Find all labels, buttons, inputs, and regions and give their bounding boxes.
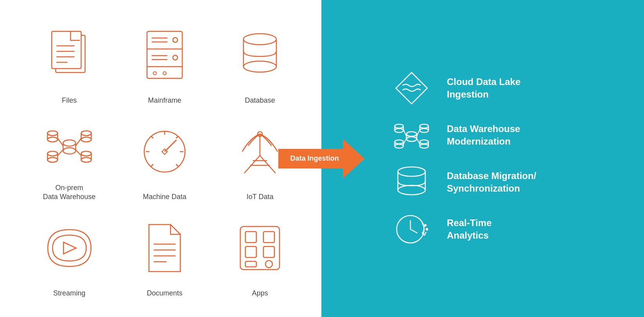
arrow-label: Data Ingestion [278,154,347,163]
svg-line-96 [403,138,406,144]
svg-point-28 [47,137,58,142]
svg-line-97 [417,138,420,144]
machine-label: Machine Data [143,192,186,201]
svg-line-56 [244,156,260,173]
svg-rect-67 [245,232,256,243]
svg-line-49 [151,136,153,138]
apps-label: Apps [252,289,268,298]
source-machine: Machine Data [125,115,204,201]
left-panel: Files Mainframe [0,0,321,317]
svg-point-32 [81,137,91,142]
source-apps: Apps [221,212,299,298]
svg-point-74 [406,132,417,136]
svg-rect-1 [52,31,81,69]
svg-line-95 [417,129,420,136]
target-realtime: Real-TimeAnalytics [392,212,620,247]
right-panel: Cloud Data LakeIngestion [321,0,644,317]
svg-line-44 [76,150,81,156]
svg-line-42 [76,138,81,146]
svg-line-48 [176,136,178,138]
svg-line-94 [403,129,406,136]
svg-line-41 [58,138,63,146]
svg-point-20 [243,61,276,72]
svg-point-16 [163,72,166,75]
svg-point-10 [173,55,178,60]
svg-point-29 [81,131,91,136]
cloud-data-lake-label: Cloud Data LakeIngestion [447,76,521,100]
svg-line-51 [151,164,153,167]
cloud-data-lake-icon [392,71,431,106]
source-files: Files [30,19,109,105]
svg-rect-70 [263,246,274,257]
svg-point-106 [426,228,428,230]
target-cloud-data-lake: Cloud Data LakeIngestion [392,71,620,106]
svg-point-9 [173,38,178,42]
svg-line-57 [260,156,276,173]
svg-point-17 [243,34,276,45]
svg-point-21 [63,140,76,146]
source-documents: Documents [125,212,204,298]
svg-point-105 [424,225,426,226]
realtime-label: Real-TimeAnalytics [447,217,492,241]
svg-line-53 [165,140,176,152]
data-warehouse-icon [392,118,431,153]
svg-line-104 [410,229,417,233]
svg-point-77 [406,137,417,141]
svg-point-40 [81,158,91,162]
svg-line-43 [58,150,63,156]
svg-rect-69 [245,246,256,257]
mainframe-label: Mainframe [148,96,181,105]
svg-line-50 [176,164,178,167]
realtime-icon [392,212,431,247]
streaming-label: Streaming [53,289,85,298]
source-database: Database [221,19,299,105]
svg-point-72 [265,261,272,268]
source-onprem: On-premData Warehouse [30,115,109,201]
source-streaming: Streaming [30,212,109,298]
svg-point-33 [47,151,58,156]
documents-label: Documents [147,289,182,298]
svg-point-81 [395,129,403,132]
svg-point-101 [398,185,425,195]
svg-marker-61 [63,242,76,254]
svg-point-93 [420,144,428,148]
files-label: Files [62,96,77,105]
onprem-label: On-premData Warehouse [43,183,95,202]
db-migration-label: Database Migration/Synchronization [447,170,536,194]
svg-point-98 [398,167,425,176]
svg-rect-71 [245,261,256,267]
svg-point-86 [395,140,403,144]
svg-point-89 [395,144,403,148]
svg-point-15 [153,72,156,75]
svg-point-36 [47,158,58,162]
svg-point-82 [420,124,428,128]
svg-point-85 [420,129,428,132]
svg-point-37 [81,151,91,156]
svg-point-90 [420,140,428,144]
svg-point-24 [63,148,76,154]
data-ingestion-arrow: Data Ingestion [278,139,365,178]
db-migration-icon [392,165,431,200]
svg-marker-73 [396,72,427,104]
svg-rect-68 [263,232,274,243]
target-db-migration: Database Migration/Synchronization [392,165,620,200]
iot-label: IoT Data [247,192,274,201]
svg-rect-66 [240,226,279,270]
data-warehouse-label: Data WarehouseModernization [447,123,520,147]
target-data-warehouse: Data WarehouseModernization [392,118,620,153]
database-label: Database [245,96,275,105]
source-mainframe: Mainframe [125,19,204,105]
svg-point-78 [395,124,403,128]
svg-point-25 [47,131,58,136]
